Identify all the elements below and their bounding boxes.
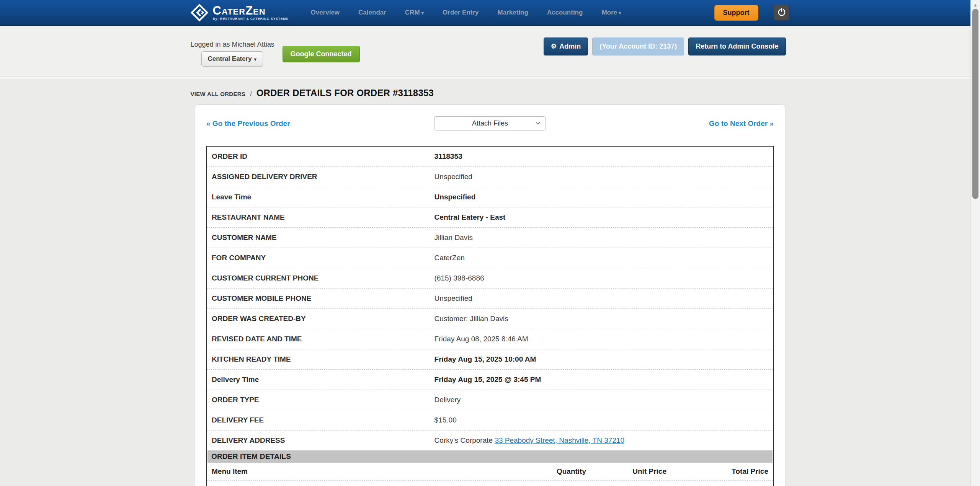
chevron-down-icon xyxy=(535,120,541,128)
brand-tagline: By: RESTAURANT & CATERING SYSTEMS xyxy=(213,17,289,21)
next-order-link[interactable]: Go to Next Order » xyxy=(709,119,774,127)
attach-files-select[interactable]: Attach Files xyxy=(434,116,546,130)
detail-row-assigned-delivery-driver: ASSIGNED DELIVERY DRIVER Unspecified xyxy=(207,167,773,187)
nav-item-marketing[interactable]: Marketing xyxy=(498,9,528,16)
order-items-header: Menu Item Quantity Unit Price Total Pric… xyxy=(207,463,773,481)
detail-row-delivery-time: Delivery Time Friday Aug 15, 2025 @ 3:45… xyxy=(207,370,773,390)
detail-row-delivery-fee: DELIVERY FEE $15.00 xyxy=(207,410,773,431)
top-navbar: CaterZen By: RESTAURANT & CATERING SYSTE… xyxy=(0,0,980,26)
account-id-badge: (Your Account ID: 2137) xyxy=(592,38,684,55)
column-total-price: Total Price xyxy=(666,467,768,476)
detail-row-delivery-address: DELIVERY ADDRESS Corky's Corporate 33 Pe… xyxy=(207,431,773,450)
detail-row-customer-current-phone: CUSTOMER CURRENT PHONE (615) 398-6886 xyxy=(207,268,773,289)
column-menu-item: Menu Item xyxy=(212,467,525,476)
power-icon xyxy=(777,8,786,18)
nav-item-calendar[interactable]: Calendar xyxy=(358,9,386,16)
detail-row-kitchen-ready-time: KITCHEN READY TIME Friday Aug 15, 2025 1… xyxy=(207,349,773,370)
delivery-address-prefix: Corky's Corporate xyxy=(434,436,495,444)
detail-row-restaurant-name: RESTAURANT NAME Central Eatery - East xyxy=(207,207,773,228)
page-title: ORDER DETAILS FOR ORDER #3118353 xyxy=(256,88,434,98)
breadcrumb-view-all-orders-link[interactable]: VIEW ALL ORDERS xyxy=(191,91,246,97)
scrollbar-thumb[interactable] xyxy=(972,9,978,199)
logged-in-text: Logged in as Michael Attias xyxy=(191,41,274,49)
nav-item-crm[interactable]: CRM▾ xyxy=(405,9,424,16)
gear-icon: ⚙ xyxy=(551,43,557,50)
caterzen-diamond-icon xyxy=(191,4,208,21)
order-nav-toolbar: « Go the Previous Order Attach Files Go … xyxy=(206,116,774,130)
detail-row-for-company: FOR COMPANY CaterZen xyxy=(207,248,773,268)
caterzen-logo[interactable]: CaterZen By: RESTAURANT & CATERING SYSTE… xyxy=(191,4,289,21)
admin-button[interactable]: ⚙Admin xyxy=(544,38,588,55)
chevron-down-icon: ▾ xyxy=(619,10,621,16)
detail-row-order-type: ORDER TYPE Delivery xyxy=(207,390,773,410)
header-divider xyxy=(0,77,980,79)
column-quantity: Quantity xyxy=(525,467,586,476)
detail-row-customer-name: CUSTOMER NAME Jillian Davis xyxy=(207,228,773,248)
scroll-up-arrow-icon[interactable]: ▲ xyxy=(971,0,980,7)
order-details-table: ORDER ID 3118353 ASSIGNED DELIVERY DRIVE… xyxy=(206,146,774,486)
logout-power-button[interactable] xyxy=(774,5,790,20)
return-to-admin-console-button[interactable]: Return to Admin Console xyxy=(688,38,786,55)
nav-item-more[interactable]: More▾ xyxy=(601,9,621,16)
order-item-row: Basic BBQ Bar [Per Guest] 10 $12.00 $120… xyxy=(207,481,773,486)
breadcrumb-separator: / xyxy=(250,91,252,98)
google-connected-button[interactable]: Google Connected xyxy=(283,46,360,62)
main-nav-menu: Overview Calendar CRM▾ Order Entry Marke… xyxy=(310,9,621,16)
delivery-address-link[interactable]: 33 Peabody Street, Nashville, TN 37210 xyxy=(495,436,624,444)
nav-item-order-entry[interactable]: Order Entry xyxy=(443,9,479,16)
detail-row-order-id: ORDER ID 3118353 xyxy=(207,147,773,167)
detail-row-order-created-by: ORDER WAS CREATED-BY Customer: Jillian D… xyxy=(207,309,773,329)
detail-row-leave-time: Leave Time Unspecified xyxy=(207,187,773,207)
previous-order-link[interactable]: « Go the Previous Order xyxy=(206,119,290,127)
support-button[interactable]: Support xyxy=(714,5,758,21)
chevron-down-icon: ▾ xyxy=(421,10,424,16)
nav-item-accounting[interactable]: Accounting xyxy=(547,9,583,16)
order-details-card: « Go the Previous Order Attach Files Go … xyxy=(195,104,785,486)
nav-item-overview[interactable]: Overview xyxy=(310,9,340,16)
brand-title: CaterZen xyxy=(213,5,289,16)
location-dropdown-button[interactable]: Central Eatery▾ xyxy=(201,51,263,67)
detail-row-revised-date-time: REVISED DATE AND TIME Friday Aug 08, 202… xyxy=(207,329,773,349)
breadcrumb: VIEW ALL ORDERS / ORDER DETAILS FOR ORDE… xyxy=(0,79,980,98)
vertical-scrollbar[interactable]: ▲ xyxy=(970,0,980,486)
account-subheader: Logged in as Michael Attias Central Eate… xyxy=(0,26,980,77)
chevron-down-icon: ▾ xyxy=(254,57,256,62)
column-unit-price: Unit Price xyxy=(586,467,666,476)
detail-row-customer-mobile-phone: CUSTOMER MOBILE PHONE Unspecified xyxy=(207,289,773,309)
order-item-details-banner: ORDER ITEM DETAILS xyxy=(207,450,773,463)
